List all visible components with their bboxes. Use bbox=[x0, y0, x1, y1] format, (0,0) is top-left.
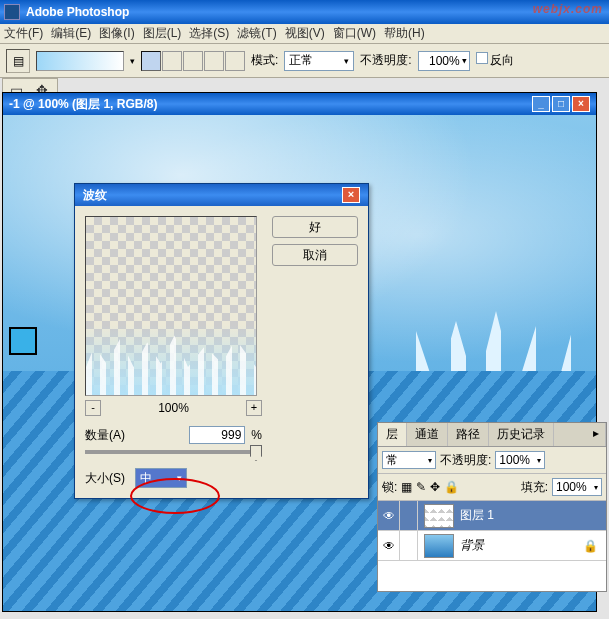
visibility-icon[interactable]: 👁 bbox=[378, 501, 400, 530]
menu-edit[interactable]: 编辑(E) bbox=[51, 25, 91, 42]
watermark: webjx.com bbox=[533, 2, 603, 16]
grad-linear[interactable] bbox=[141, 51, 161, 71]
amount-input[interactable] bbox=[189, 426, 245, 444]
menu-layer[interactable]: 图层(L) bbox=[143, 25, 182, 42]
tab-layers[interactable]: 层 bbox=[378, 423, 407, 446]
menu-help[interactable]: 帮助(H) bbox=[384, 25, 425, 42]
reverse-checkbox[interactable]: 反向 bbox=[476, 52, 514, 69]
menu-window[interactable]: 窗口(W) bbox=[333, 25, 376, 42]
maximize-button[interactable]: □ bbox=[552, 96, 570, 112]
menubar: 文件(F) 编辑(E) 图像(I) 图层(L) 选择(S) 滤镜(T) 视图(V… bbox=[0, 24, 609, 44]
menu-file[interactable]: 文件(F) bbox=[4, 25, 43, 42]
visibility-icon[interactable]: 👁 bbox=[378, 531, 400, 560]
layers-panel: 层 通道 路径 历史记录 ▸ 常 不透明度: 100% 锁: ▦ ✎ ✥ 🔒 填… bbox=[377, 422, 607, 592]
menu-image[interactable]: 图像(I) bbox=[99, 25, 134, 42]
opacity-label: 不透明度: bbox=[360, 52, 411, 69]
lock-label: 锁: bbox=[382, 479, 397, 496]
layer-name: 图层 1 bbox=[460, 507, 494, 524]
dialog-close-button[interactable]: × bbox=[342, 187, 360, 203]
cancel-button[interactable]: 取消 bbox=[272, 244, 358, 266]
grad-angle[interactable] bbox=[183, 51, 203, 71]
grad-diamond[interactable] bbox=[225, 51, 245, 71]
grad-radial[interactable] bbox=[162, 51, 182, 71]
mode-select[interactable]: 正常 bbox=[284, 51, 354, 71]
menu-filter[interactable]: 滤镜(T) bbox=[237, 25, 276, 42]
layer-thumbnail[interactable] bbox=[424, 504, 454, 528]
ok-button[interactable]: 好 bbox=[272, 216, 358, 238]
zoom-in-button[interactable]: + bbox=[246, 400, 262, 416]
opacity-input[interactable]: 100% bbox=[418, 51, 470, 71]
lock-move-icon[interactable]: ✥ bbox=[430, 480, 440, 494]
app-titlebar: Adobe Photoshop bbox=[0, 0, 609, 24]
layer-name: 背景 bbox=[460, 537, 484, 554]
menu-view[interactable]: 视图(V) bbox=[285, 25, 325, 42]
app-icon bbox=[4, 4, 20, 20]
tab-history[interactable]: 历史记录 bbox=[489, 423, 554, 446]
panel-menu-icon[interactable]: ▸ bbox=[587, 423, 606, 446]
dialog-title: 波纹 bbox=[83, 187, 107, 204]
lock-trans-icon[interactable]: ▦ bbox=[401, 480, 412, 494]
mode-label: 模式: bbox=[251, 52, 278, 69]
zoom-out-button[interactable]: - bbox=[85, 400, 101, 416]
size-label: 大小(S) bbox=[85, 470, 125, 487]
gradient-tool-icon[interactable]: ▤ bbox=[6, 49, 30, 73]
close-button[interactable]: × bbox=[572, 96, 590, 112]
lock-all-icon[interactable]: 🔒 bbox=[444, 480, 459, 494]
options-bar: ▤ ▾ 模式: 正常 不透明度: 100% 反向 bbox=[0, 44, 609, 78]
layer-row-bg[interactable]: 👁 背景 🔒 bbox=[378, 531, 606, 561]
tab-channels[interactable]: 通道 bbox=[407, 423, 448, 446]
link-cell[interactable] bbox=[400, 531, 418, 560]
fill-label: 填充: bbox=[521, 479, 548, 496]
gradient-preview[interactable] bbox=[36, 51, 124, 71]
filter-preview[interactable] bbox=[85, 216, 257, 396]
doc-title: -1 @ 100% (图层 1, RGB/8) bbox=[9, 96, 157, 113]
panel-opacity-label: 不透明度: bbox=[440, 452, 491, 469]
link-cell[interactable] bbox=[400, 501, 418, 530]
blend-mode-select[interactable]: 常 bbox=[382, 451, 436, 469]
layer-thumbnail[interactable] bbox=[424, 534, 454, 558]
gradient-type-buttons bbox=[141, 51, 245, 71]
amount-slider[interactable] bbox=[85, 450, 262, 454]
ripple-dialog: 波纹 × - 100% + 数量(A) % 大小(S) 中 好 取 bbox=[74, 183, 369, 499]
grad-reflected[interactable] bbox=[204, 51, 224, 71]
lock-icon: 🔒 bbox=[583, 539, 598, 553]
size-select[interactable]: 中 bbox=[135, 468, 187, 488]
zoom-level: 100% bbox=[158, 401, 189, 415]
tab-paths[interactable]: 路径 bbox=[448, 423, 489, 446]
app-title: Adobe Photoshop bbox=[26, 5, 129, 19]
layer-row-1[interactable]: 👁 图层 1 bbox=[378, 501, 606, 531]
amount-unit: % bbox=[251, 428, 262, 442]
minimize-button[interactable]: _ bbox=[532, 96, 550, 112]
fill-input[interactable]: 100% bbox=[552, 478, 602, 496]
panel-opacity-input[interactable]: 100% bbox=[495, 451, 545, 469]
amount-label: 数量(A) bbox=[85, 427, 125, 444]
doc-titlebar[interactable]: -1 @ 100% (图层 1, RGB/8) _ □ × bbox=[3, 93, 596, 115]
foreground-color[interactable] bbox=[9, 327, 37, 355]
lock-paint-icon[interactable]: ✎ bbox=[416, 480, 426, 494]
dialog-titlebar[interactable]: 波纹 × bbox=[75, 184, 368, 206]
menu-select[interactable]: 选择(S) bbox=[189, 25, 229, 42]
